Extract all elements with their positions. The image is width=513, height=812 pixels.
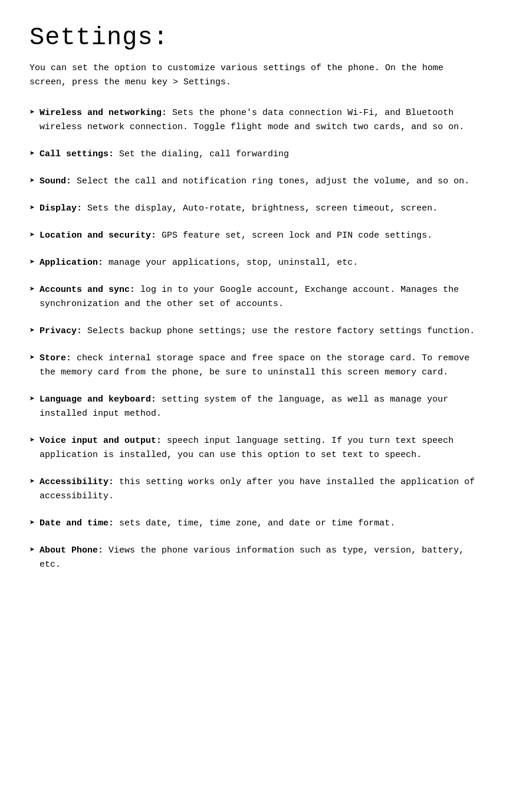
item-content-display: Display: Sets the display, Auto-rotate, … — [40, 202, 484, 216]
item-desc-datetime: sets date, time, time zone, and date or … — [119, 518, 395, 528]
item-title-privacy: Privacy: — [40, 326, 87, 336]
item-content-datetime: Date and time: sets date, time, time zon… — [40, 517, 484, 531]
item-title-sound: Sound: — [40, 176, 77, 186]
item-desc-display: Sets the display, Auto-rotate, brightnes… — [87, 203, 438, 213]
list-item-location: ➤Location and security: GPS feature set,… — [29, 229, 484, 243]
item-title-accessibility: Accessibility: — [40, 477, 119, 487]
bullet-arrow-icon: ➤ — [29, 256, 35, 270]
bullet-arrow-icon: ➤ — [29, 544, 35, 558]
item-desc-application: manage your applications, stop, uninstal… — [108, 258, 358, 268]
list-item-language: ➤Language and keyboard: setting system o… — [29, 393, 484, 421]
bullet-arrow-icon: ➤ — [29, 434, 35, 448]
item-title-application: Application: — [40, 258, 108, 268]
bullet-arrow-icon: ➤ — [29, 283, 35, 297]
bullet-arrow-icon: ➤ — [29, 475, 35, 489]
item-content-application: Application: manage your applications, s… — [40, 256, 484, 270]
item-content-accessibility: Accessibility: this setting works only a… — [40, 475, 484, 504]
bullet-arrow-icon: ➤ — [29, 147, 35, 162]
bullet-arrow-icon: ➤ — [29, 393, 35, 407]
list-item-call: ➤Call settings: Set the dialing, call fo… — [29, 147, 484, 162]
item-content-store: Store: check internal storage space and … — [40, 351, 484, 380]
item-title-wireless: Wireless and networking: — [40, 108, 172, 118]
list-item-about: ➤About Phone: Views the phone various in… — [29, 544, 484, 572]
item-content-sound: Sound: Select the call and notification … — [40, 175, 484, 189]
item-content-call: Call settings: Set the dialing, call for… — [40, 147, 484, 162]
item-title-voice: Voice input and output: — [40, 436, 167, 446]
bullet-arrow-icon: ➤ — [29, 106, 35, 120]
bullet-arrow-icon: ➤ — [29, 517, 35, 531]
item-content-location: Location and security: GPS feature set, … — [40, 229, 484, 243]
list-item-application: ➤Application: manage your applications, … — [29, 256, 484, 270]
list-item-accessibility: ➤Accessibility: this setting works only … — [29, 475, 484, 504]
item-title-datetime: Date and time: — [40, 518, 119, 528]
item-content-wireless: Wireless and networking: Sets the phone'… — [40, 106, 484, 134]
item-desc-sound: Select the call and notification ring to… — [77, 176, 469, 186]
item-desc-privacy: Selects backup phone settings; use the r… — [87, 326, 475, 336]
item-content-language: Language and keyboard: setting system of… — [40, 393, 484, 421]
list-item-wireless: ➤Wireless and networking: Sets the phone… — [29, 106, 484, 134]
bullet-arrow-icon: ➤ — [29, 324, 35, 338]
bullet-arrow-icon: ➤ — [29, 202, 35, 216]
page-title: Settings: — [29, 24, 484, 52]
bullet-arrow-icon: ➤ — [29, 351, 35, 366]
item-content-voice: Voice input and output: speech input lan… — [40, 434, 484, 462]
item-content-accounts: Accounts and sync: log in to your Google… — [40, 283, 484, 311]
list-item-voice: ➤Voice input and output: speech input la… — [29, 434, 484, 462]
item-title-about: About Phone: — [40, 545, 108, 555]
bullet-arrow-icon: ➤ — [29, 229, 35, 243]
list-item-privacy: ➤Privacy: Selects backup phone settings;… — [29, 324, 484, 338]
item-content-about: About Phone: Views the phone various inf… — [40, 544, 484, 572]
item-desc-store: check internal storage space and free sp… — [40, 353, 469, 377]
item-title-call: Call settings: — [40, 149, 119, 159]
item-desc-call: Set the dialing, call forwarding — [119, 149, 289, 159]
item-title-accounts: Accounts and sync: — [40, 285, 140, 295]
item-content-privacy: Privacy: Selects backup phone settings; … — [40, 324, 484, 338]
item-desc-location: GPS feature set, screen lock and PIN cod… — [162, 231, 432, 241]
item-title-language: Language and keyboard: — [40, 395, 162, 405]
item-title-store: Store: — [40, 353, 77, 363]
list-item-datetime: ➤Date and time: sets date, time, time zo… — [29, 517, 484, 531]
item-title-location: Location and security: — [40, 231, 162, 241]
settings-list: ➤Wireless and networking: Sets the phone… — [29, 106, 484, 572]
item-title-display: Display: — [40, 203, 87, 213]
list-item-sound: ➤Sound: Select the call and notification… — [29, 175, 484, 189]
list-item-store: ➤Store: check internal storage space and… — [29, 351, 484, 380]
list-item-accounts: ➤Accounts and sync: log in to your Googl… — [29, 283, 484, 311]
bullet-arrow-icon: ➤ — [29, 175, 35, 189]
intro-paragraph: You can set the option to customize vari… — [29, 61, 484, 90]
list-item-display: ➤Display: Sets the display, Auto-rotate,… — [29, 202, 484, 216]
